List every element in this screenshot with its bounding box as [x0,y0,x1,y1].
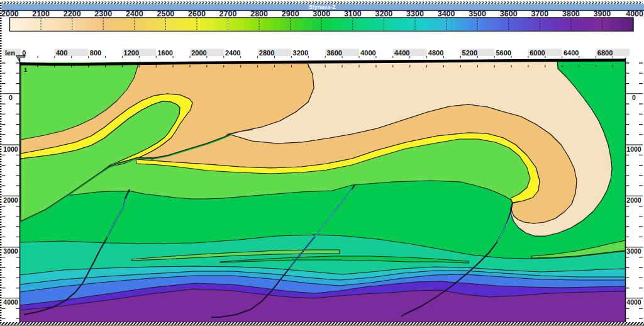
svg-text:2500: 2500 [157,9,174,18]
svg-text:2700: 2700 [219,9,237,18]
svg-text:1200: 1200 [124,49,139,57]
svg-text:3700: 3700 [531,9,548,18]
svg-text:4400: 4400 [394,49,409,57]
svg-text:3300: 3300 [406,9,424,18]
svg-text:4000: 4000 [626,298,641,306]
svg-text:2000: 2000 [1,9,19,18]
svg-text:3000: 3000 [3,247,18,255]
svg-text:3000: 3000 [626,247,641,255]
svg-text:2400: 2400 [126,9,143,18]
svg-text:2000: 2000 [3,196,18,204]
svg-text:6800: 6800 [597,49,613,57]
svg-text:2000: 2000 [626,196,641,204]
svg-text:2800: 2800 [250,9,268,18]
svg-text:3200: 3200 [293,49,308,57]
svg-text:4000: 4000 [360,49,375,57]
svg-text:2100: 2100 [32,9,50,18]
svg-text:2000: 2000 [191,49,206,57]
svg-text:5600: 5600 [496,49,511,57]
svg-text:3600: 3600 [326,49,341,57]
svg-text:3900: 3900 [593,9,611,18]
svg-text:1000: 1000 [3,145,18,153]
svg-text:4000: 4000 [626,9,643,18]
svg-text:1600: 1600 [157,49,172,57]
svg-text:2800: 2800 [259,49,274,57]
svg-text:0: 0 [632,94,636,101]
svg-text:1000: 1000 [626,145,641,153]
svg-text:3800: 3800 [562,9,580,18]
svg-text:2600: 2600 [188,9,206,18]
svg-text:400: 400 [56,49,67,57]
svg-text:3200: 3200 [375,9,392,18]
svg-text:3100: 3100 [344,9,362,18]
svg-text:6400: 6400 [564,49,579,57]
svg-text:4800: 4800 [428,49,443,57]
svg-text:2400: 2400 [225,49,240,57]
svg-text:2900: 2900 [282,9,299,18]
svg-text:0: 0 [9,94,13,101]
svg-text:3000: 3000 [313,9,330,18]
svg-text:2200: 2200 [64,9,81,18]
svg-text:3600: 3600 [500,9,518,18]
svg-text:4000: 4000 [3,298,18,306]
svg-text:800: 800 [90,49,101,57]
svg-text:2300: 2300 [94,9,112,18]
svg-text:len: len [5,49,15,57]
svg-text:3500: 3500 [469,9,486,18]
svg-text:3400: 3400 [438,9,455,18]
svg-text:6000: 6000 [530,49,545,57]
svg-text:1: 1 [24,66,28,73]
svg-text:5200: 5200 [462,49,477,57]
